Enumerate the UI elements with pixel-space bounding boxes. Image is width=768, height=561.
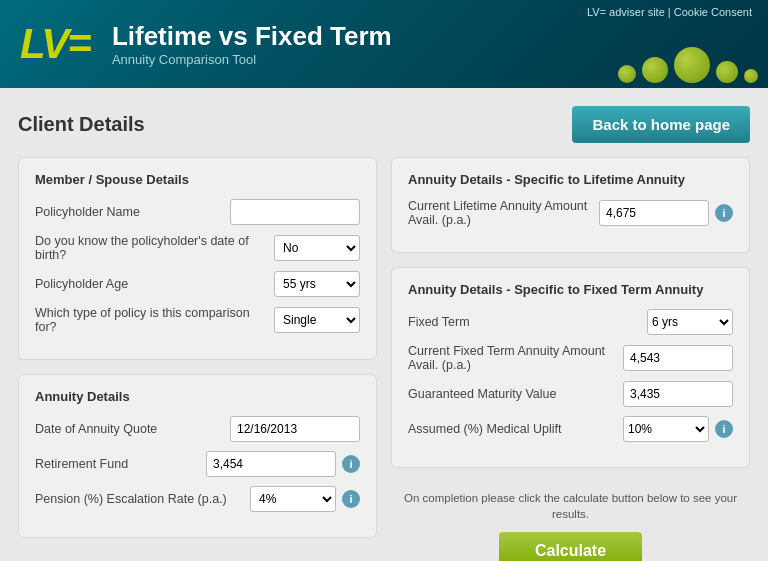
content-area: Client Details Back to home page Member …	[0, 88, 768, 561]
escalation-info-icon[interactable]: i	[342, 490, 360, 508]
lifetime-amount-info-icon[interactable]: i	[715, 204, 733, 222]
escalation-select[interactable]: 0%1%2% 3%4%5%	[250, 486, 336, 512]
dob-row: Do you know the policyholder's date of b…	[35, 234, 360, 262]
medical-uplift-info-icon[interactable]: i	[715, 420, 733, 438]
client-details-header: Client Details Back to home page	[18, 106, 750, 143]
maturity-value-input[interactable]	[623, 381, 733, 407]
lifetime-amount-input[interactable]	[599, 200, 709, 226]
member-spouse-panel: Member / Spouse Details Policyholder Nam…	[18, 157, 377, 360]
fixed-term-label: Fixed Term	[408, 315, 647, 329]
policy-type-select[interactable]: Single Joint	[274, 307, 360, 333]
fixed-term-select[interactable]: 1 yrs2 yrs3 yrs 4 yrs5 yrs6 yrs 7 yrs8 y…	[647, 309, 733, 335]
policyholder-name-input[interactable]	[230, 199, 360, 225]
quote-date-input[interactable]	[230, 416, 360, 442]
retirement-fund-input[interactable]	[206, 451, 336, 477]
annuity-panel-title: Annuity Details	[35, 389, 360, 404]
bubble-small	[618, 65, 636, 83]
lifetime-annuity-panel: Annuity Details - Specific to Lifetime A…	[391, 157, 750, 253]
medical-uplift-select[interactable]: 0%5%10%15%20%	[623, 416, 709, 442]
dob-label: Do you know the policyholder's date of b…	[35, 234, 274, 262]
maturity-value-label: Guaranteed Maturity Value	[408, 387, 623, 401]
fixed-term-panel-title: Annuity Details - Specific to Fixed Term…	[408, 282, 733, 297]
lv-logo-text: LV=	[20, 23, 90, 65]
age-label: Policyholder Age	[35, 277, 274, 291]
quote-date-row: Date of Annuity Quote	[35, 416, 360, 442]
calculate-button[interactable]: Calculate	[499, 532, 642, 561]
policy-type-label: Which type of policy is this comparison …	[35, 306, 274, 334]
member-panel-title: Member / Spouse Details	[35, 172, 360, 187]
header-subtitle: Annuity Comparison Tool	[112, 52, 392, 67]
right-column: Annuity Details - Specific to Lifetime A…	[391, 157, 750, 561]
age-select[interactable]: 50 yrs51 yrs52 yrs 53 yrs54 yrs55 yrs 56…	[274, 271, 360, 297]
back-home-button[interactable]: Back to home page	[572, 106, 750, 143]
maturity-value-row: Guaranteed Maturity Value	[408, 381, 733, 407]
page-title: Client Details	[18, 113, 145, 136]
annuity-details-panel: Annuity Details Date of Annuity Quote Re…	[18, 374, 377, 538]
retirement-fund-info-icon[interactable]: i	[342, 455, 360, 473]
policy-type-row: Which type of policy is this comparison …	[35, 306, 360, 334]
dob-select[interactable]: No Yes	[274, 235, 360, 261]
main-columns: Member / Spouse Details Policyholder Nam…	[18, 157, 750, 561]
header-title-block: Lifetime vs Fixed Term Annuity Compariso…	[112, 21, 392, 67]
lifetime-amount-label: Current Lifetime Annuity Amount Avail. (…	[408, 199, 599, 227]
header: LV= adviser site | Cookie Consent LV= Li…	[0, 0, 768, 88]
bubble-xs	[744, 69, 758, 83]
medical-uplift-row: Assumed (%) Medical Uplift 0%5%10%15%20%…	[408, 416, 733, 442]
fixed-amount-row: Current Fixed Term Annuity Amount Avail.…	[408, 344, 733, 372]
age-row: Policyholder Age 50 yrs51 yrs52 yrs 53 y…	[35, 271, 360, 297]
escalation-label: Pension (%) Escalation Rate (p.a.)	[35, 492, 250, 506]
bubble-sm2	[716, 61, 738, 83]
lifetime-panel-title: Annuity Details - Specific to Lifetime A…	[408, 172, 733, 187]
fixed-amount-input[interactable]	[623, 345, 733, 371]
fixed-term-row: Fixed Term 1 yrs2 yrs3 yrs 4 yrs5 yrs6 y…	[408, 309, 733, 335]
retirement-fund-label: Retirement Fund	[35, 457, 206, 471]
calculate-area: On completion please click the calculate…	[391, 482, 750, 561]
fixed-term-panel: Annuity Details - Specific to Fixed Term…	[391, 267, 750, 468]
bubble-medium	[642, 57, 668, 83]
header-decoration	[618, 47, 758, 83]
retirement-fund-row: Retirement Fund i	[35, 451, 360, 477]
fixed-amount-label: Current Fixed Term Annuity Amount Avail.…	[408, 344, 623, 372]
header-top-bar: LV= adviser site | Cookie Consent	[585, 6, 754, 18]
left-column: Member / Spouse Details Policyholder Nam…	[18, 157, 377, 561]
bubble-large	[674, 47, 710, 83]
calculate-hint: On completion please click the calculate…	[391, 490, 750, 522]
quote-date-label: Date of Annuity Quote	[35, 422, 230, 436]
lv-logo: LV=	[20, 23, 90, 65]
lifetime-amount-row: Current Lifetime Annuity Amount Avail. (…	[408, 199, 733, 227]
escalation-row: Pension (%) Escalation Rate (p.a.) 0%1%2…	[35, 486, 360, 512]
medical-uplift-label: Assumed (%) Medical Uplift	[408, 422, 623, 436]
policyholder-name-label: Policyholder Name	[35, 205, 230, 219]
header-title: Lifetime vs Fixed Term	[112, 21, 392, 52]
policyholder-name-row: Policyholder Name	[35, 199, 360, 225]
